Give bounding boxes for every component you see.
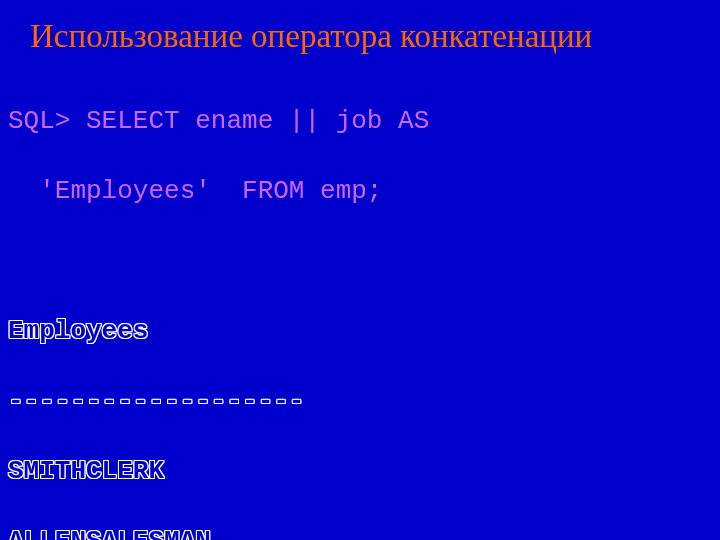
slide: Использование оператора конкатенации SQL…	[0, 0, 720, 540]
result-row: ALLENSALESMAN	[8, 524, 700, 540]
result-row: SMITHCLERK	[8, 454, 700, 489]
blank-line	[8, 244, 700, 278]
result-divider: -------------------	[8, 384, 700, 419]
sql-line-1: SQL> SELECT ename || job AS	[8, 104, 700, 139]
code-block: SQL> SELECT ename || job AS 'Employees' …	[8, 69, 700, 540]
result-header: Employees	[8, 314, 700, 349]
sql-line-2: 'Employees' FROM emp;	[8, 174, 700, 209]
slide-title: Использование оператора конкатенации	[30, 18, 700, 55]
